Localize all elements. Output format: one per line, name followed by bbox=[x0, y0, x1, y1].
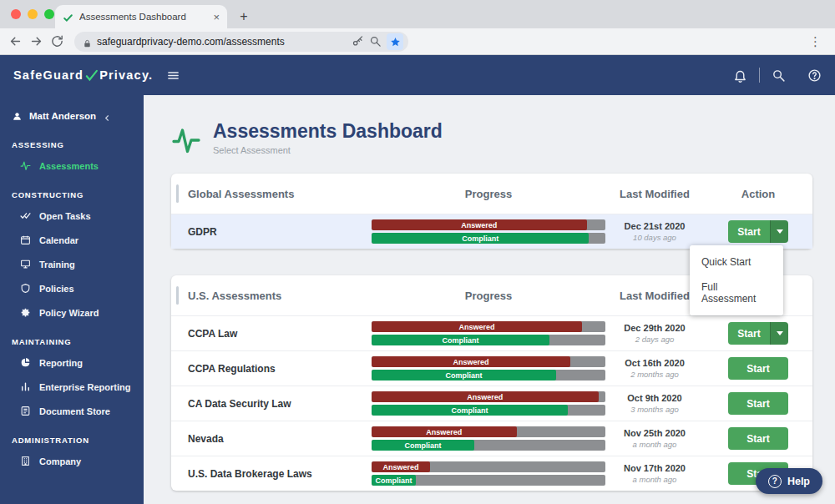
caret-down-icon[interactable] bbox=[770, 220, 788, 243]
compliant-bar-track: Compliant bbox=[372, 475, 605, 486]
calendar-icon bbox=[20, 234, 31, 245]
compliant-bar-track: Compliant bbox=[372, 405, 605, 416]
last-modified-ago: a month ago bbox=[605, 440, 704, 449]
main-content: Assessments Dashboard Select Assessment … bbox=[144, 95, 835, 504]
close-window-button[interactable] bbox=[11, 9, 21, 19]
start-button-label[interactable]: Start bbox=[728, 322, 770, 345]
chevron-left-icon[interactable] bbox=[103, 111, 112, 120]
tab-strip: Assessments Dashboard × + bbox=[0, 0, 835, 28]
sidebar-item-assessments[interactable]: Assessments bbox=[0, 154, 144, 178]
new-tab-button[interactable]: + bbox=[234, 7, 254, 27]
page-title: Assessments Dashboard bbox=[213, 120, 443, 143]
answered-bar: Answered bbox=[372, 219, 587, 230]
last-modified: Dec 29th 20202 days ago bbox=[605, 323, 704, 344]
screen-icon bbox=[20, 259, 31, 270]
reload-button[interactable] bbox=[50, 34, 64, 48]
answered-bar-track: Answered bbox=[372, 391, 605, 402]
start-dropdown-menu: Quick Start Full Assessment bbox=[690, 245, 783, 315]
action-cell: Start bbox=[704, 357, 812, 380]
sidebar-user[interactable]: Matt Anderson bbox=[0, 103, 144, 128]
start-button-label[interactable]: Start bbox=[728, 220, 770, 243]
document-icon bbox=[20, 406, 31, 416]
bookmark-star-button[interactable] bbox=[387, 33, 403, 50]
progress-bars: AnsweredCompliant bbox=[372, 356, 605, 381]
url-search-icon[interactable] bbox=[369, 35, 382, 48]
progress-bars: AnsweredCompliant bbox=[372, 461, 605, 486]
browser-menu-icon[interactable]: ⋮ bbox=[804, 34, 827, 49]
start-button-ccpa-regulations[interactable]: Start bbox=[728, 357, 788, 380]
brand-logo[interactable]: SafeGuard Privacy. bbox=[13, 68, 153, 83]
assessment-row-ccpa-regulations: CCPA RegulationsAnsweredCompliantOct 16t… bbox=[171, 350, 812, 386]
answered-bar: Answered bbox=[372, 461, 430, 472]
sidebar-section-maintaining: MAINTAINING bbox=[0, 325, 144, 350]
progress-bars: AnsweredCompliant bbox=[372, 391, 605, 416]
start-button-nevada[interactable]: Start bbox=[728, 427, 788, 450]
hamburger-menu-icon[interactable] bbox=[166, 68, 180, 83]
action-cell: Start bbox=[704, 220, 812, 243]
sidebar-item-calendar[interactable]: Calendar bbox=[0, 228, 144, 252]
url-bar[interactable]: safeguardprivacy-demo.com/assessments bbox=[74, 32, 408, 52]
help-label: Help bbox=[787, 476, 810, 487]
assessment-row-gdpr: GDPRAnsweredCompliantDec 21st 202010 day… bbox=[171, 214, 812, 249]
progress-bars: AnsweredCompliant bbox=[372, 321, 605, 345]
answered-bar-track: Answered bbox=[372, 356, 605, 367]
sidebar-item-company[interactable]: Company bbox=[0, 449, 144, 473]
global-rows: GDPRAnsweredCompliantDec 21st 202010 day… bbox=[171, 214, 812, 249]
forward-button[interactable] bbox=[29, 34, 43, 48]
sidebar-item-label: Assessments bbox=[39, 161, 99, 171]
action-cell: Start bbox=[704, 322, 812, 345]
start-split-button-ccpa-law[interactable]: Start bbox=[728, 322, 788, 345]
last-modified-date: Nov 17th 2020 bbox=[605, 463, 704, 473]
tab-favicon-check-icon bbox=[63, 12, 73, 23]
app-body: Matt Anderson ASSESSINGAssessmentsCONSTR… bbox=[0, 95, 835, 504]
sidebar-section-assessing: ASSESSING bbox=[0, 128, 144, 154]
compliant-bar: Compliant bbox=[372, 440, 474, 451]
sidebar-item-policy-wizard[interactable]: Policy Wizard bbox=[0, 300, 144, 325]
menu-item-full-assessment[interactable]: Full Assessment bbox=[690, 275, 783, 311]
compliant-bar-track: Compliant bbox=[372, 233, 605, 244]
sidebar-item-label: Policy Wizard bbox=[39, 308, 99, 318]
answered-bar: Answered bbox=[372, 356, 570, 367]
assessment-name: CA Data Security Law bbox=[171, 398, 372, 410]
start-button-ca-data-security-law[interactable]: Start bbox=[728, 392, 788, 415]
header-help-icon[interactable] bbox=[807, 68, 822, 83]
sidebar-item-open-tasks[interactable]: Open Tasks bbox=[0, 204, 144, 228]
help-button[interactable]: ? Help bbox=[756, 468, 822, 494]
user-name: Matt Anderson bbox=[29, 111, 96, 121]
sidebar-item-enterprise-reporting[interactable]: Enterprise Reporting bbox=[0, 375, 144, 399]
sidebar-item-reporting[interactable]: Reporting bbox=[0, 350, 144, 375]
last-modified: Oct 9th 20203 months ago bbox=[605, 393, 704, 414]
browser-tab[interactable]: Assessments Dashboard × bbox=[55, 5, 227, 28]
sidebar-item-document-store[interactable]: Document Store bbox=[0, 399, 144, 423]
menu-item-quick-start[interactable]: Quick Start bbox=[690, 249, 783, 275]
answered-bar-track: Answered bbox=[372, 426, 605, 437]
compliant-bar: Compliant bbox=[372, 233, 589, 244]
tab-close-icon[interactable]: × bbox=[213, 12, 220, 23]
page-subtitle: Select Assessment bbox=[213, 145, 443, 155]
caret-down-icon[interactable] bbox=[770, 322, 788, 345]
header-search-icon[interactable] bbox=[772, 68, 786, 83]
assessment-name: CCPA Regulations bbox=[171, 363, 372, 375]
notifications-bell-icon[interactable] bbox=[733, 68, 747, 83]
sidebar-item-training[interactable]: Training bbox=[0, 252, 144, 276]
start-split-button-gdpr[interactable]: Start bbox=[728, 220, 788, 243]
brand-check-icon bbox=[84, 68, 99, 83]
compliant-bar-track: Compliant bbox=[372, 335, 605, 345]
column-progress: Progress bbox=[372, 188, 605, 200]
card-title: Global Assessments bbox=[171, 188, 372, 200]
progress-bars: AnsweredCompliant bbox=[372, 426, 605, 451]
minimize-window-button[interactable] bbox=[28, 9, 38, 19]
progress-bars: AnsweredCompliant bbox=[372, 219, 605, 244]
sidebar-item-label: Training bbox=[39, 260, 75, 270]
zoom-window-button[interactable] bbox=[44, 9, 54, 19]
key-icon[interactable] bbox=[352, 35, 364, 48]
sidebar-nav: ASSESSINGAssessmentsCONSTRUCTINGOpen Tas… bbox=[0, 128, 144, 473]
back-button[interactable] bbox=[8, 34, 23, 48]
last-modified: Oct 16th 20202 months ago bbox=[605, 358, 704, 379]
sidebar-item-policies[interactable]: Policies bbox=[0, 276, 144, 300]
bar-chart-icon bbox=[20, 381, 31, 392]
column-progress: Progress bbox=[372, 290, 605, 302]
compliant-bar: Compliant bbox=[372, 475, 416, 486]
last-modified-ago: 3 months ago bbox=[605, 405, 704, 414]
last-modified-ago: 10 days ago bbox=[605, 233, 704, 242]
